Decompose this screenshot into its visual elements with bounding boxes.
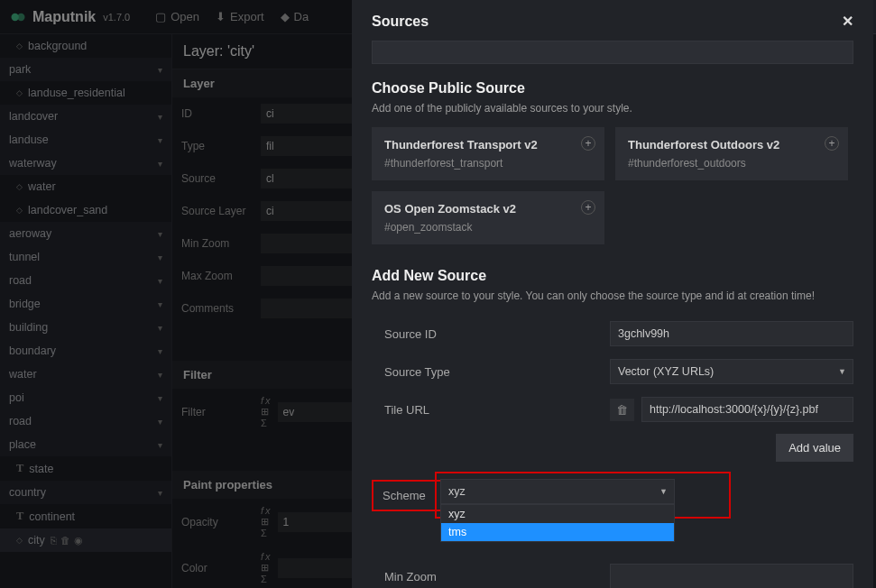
source-type-select[interactable]	[610, 359, 853, 384]
prop-input-type[interactable]	[261, 136, 352, 156]
scheme-option-tms[interactable]: tms	[441, 523, 674, 541]
prop-input-min-zoom[interactable]	[261, 234, 352, 253]
slider-icon[interactable]: ⊞	[261, 406, 271, 417]
sidebar-item-background[interactable]: ◇background	[0, 34, 171, 58]
sigma-icon[interactable]: Σ	[261, 574, 269, 584]
card-title: Thunderforest Outdoors v2	[628, 138, 835, 152]
modal-title: Sources	[372, 14, 429, 30]
chevron-down-icon: ▾	[158, 276, 162, 286]
sidebar-item-landuse[interactable]: landuse▾	[0, 128, 171, 152]
sidebar-item-road[interactable]: road▾	[0, 269, 171, 292]
fx-icon[interactable]: fx	[261, 395, 272, 406]
public-source-card[interactable]: Thunderforest Outdoors v2#thunderforest_…	[615, 127, 848, 180]
add-value-button[interactable]: Add value	[776, 434, 853, 462]
layer-list-sidebar[interactable]: ◇backgroundpark▾◇landuse_residentialland…	[0, 34, 171, 588]
sigma-icon[interactable]: Σ	[261, 528, 269, 538]
sidebar-item-poi[interactable]: poi▾	[0, 386, 171, 409]
close-icon[interactable]: ✕	[842, 13, 853, 30]
trash-icon[interactable]: 🗑	[60, 535, 70, 547]
sidebar-item-landcover[interactable]: landcover▾	[0, 105, 171, 128]
diamond-icon: ◇	[16, 88, 23, 97]
prop-label: Color	[181, 562, 255, 574]
sidebar-item-place[interactable]: place▾	[0, 433, 171, 456]
sidebar-item-continent[interactable]: Tcontinent	[0, 504, 171, 528]
prop-input-source[interactable]	[261, 169, 352, 188]
sidebar-item-label: waterway	[9, 157, 57, 170]
prop-action-icons: fx ⊞ Σ	[261, 505, 272, 538]
prop-input-id[interactable]	[261, 104, 352, 124]
chevron-down-icon: ▾	[158, 323, 162, 333]
public-source-card[interactable]: OS Open Zoomstack v2#open_zoomstack+	[372, 191, 604, 244]
source-id-input[interactable]	[610, 321, 853, 346]
chevron-down-icon: ▾	[158, 65, 162, 75]
sigma-icon[interactable]: Σ	[261, 418, 269, 428]
prop-input-color[interactable]	[278, 558, 352, 578]
data-button[interactable]: ◆ Da	[281, 10, 309, 23]
fx-icon[interactable]: fx	[261, 505, 272, 516]
prop-label: Source	[181, 172, 255, 185]
open-icon: ▢	[155, 10, 166, 23]
slider-icon[interactable]: ⊞	[261, 516, 271, 527]
prop-input-filter[interactable]	[278, 402, 352, 422]
sidebar-item-water[interactable]: water▾	[0, 363, 171, 386]
prop-row-id: ID	[172, 97, 352, 130]
chevron-down-icon: ▾	[158, 135, 162, 145]
sidebar-item-building[interactable]: building▾	[0, 316, 171, 339]
prop-input-source-layer[interactable]	[261, 201, 352, 221]
sidebar-item-country[interactable]: country▾	[0, 481, 171, 504]
layers-icon: ◆	[281, 10, 290, 23]
sidebar-item-aeroway[interactable]: aeroway▾	[0, 222, 171, 245]
sidebar-item-bridge[interactable]: bridge▾	[0, 292, 171, 316]
sidebar-item-waterway[interactable]: waterway▾	[0, 152, 171, 175]
sidebar-item-city[interactable]: ◇city⎘ 🗑 ◉	[0, 528, 171, 552]
maputnik-icon	[9, 8, 27, 26]
open-label: Open	[171, 10, 199, 23]
open-button[interactable]: ▢ Open	[155, 10, 199, 23]
eye-icon[interactable]: ◉	[74, 535, 83, 547]
sidebar-item-label: tunnel	[9, 251, 40, 263]
trash-icon: 🗑	[616, 403, 628, 417]
chevron-down-icon: ▾	[158, 299, 162, 309]
prop-input-max-zoom[interactable]	[261, 266, 352, 286]
tile-url-input[interactable]	[641, 397, 853, 422]
chevron-down-icon: ▾	[158, 112, 162, 122]
card-title: OS Open Zoomstack v2	[384, 202, 592, 216]
prop-input-comments[interactable]	[261, 299, 352, 318]
layer-action-icons[interactable]: ⎘ 🗑 ◉	[51, 535, 83, 547]
prop-row-type: Type	[172, 130, 352, 162]
sidebar-item-road[interactable]: road▾	[0, 409, 171, 433]
diamond-icon: ◇	[16, 41, 23, 51]
delete-url-button[interactable]: 🗑	[610, 399, 634, 421]
fx-icon[interactable]: fx	[261, 551, 272, 562]
sidebar-item-park[interactable]: park▾	[0, 58, 171, 81]
slider-icon[interactable]: ⊞	[261, 562, 271, 573]
scheme-option-xyz[interactable]: xyz	[441, 505, 674, 523]
sidebar-item-landcover-sand[interactable]: ◇landcover_sand	[0, 198, 171, 222]
sidebar-item-boundary[interactable]: boundary▾	[0, 339, 171, 363]
plus-icon[interactable]: +	[581, 200, 595, 215]
sidebar-item-label: road	[9, 415, 32, 427]
min-zoom-input[interactable]	[610, 564, 853, 588]
sidebar-item-landuse-residential[interactable]: ◇landuse_residential	[0, 81, 171, 105]
prop-input-opacity[interactable]	[278, 512, 352, 532]
plus-icon[interactable]: +	[581, 136, 595, 151]
prop-label: Comments	[181, 302, 255, 315]
sidebar-item-label: state	[29, 463, 53, 475]
section-paint-heading: Paint properties	[172, 471, 352, 499]
export-button[interactable]: ⬇ Export	[216, 10, 264, 23]
app-logo: Maputnik v1.7.0	[9, 8, 130, 26]
scheme-select[interactable]	[440, 479, 675, 504]
copy-icon[interactable]: ⎘	[51, 535, 57, 547]
scheme-dropdown: xyz tms	[440, 504, 675, 542]
sidebar-item-state[interactable]: Tstate	[0, 456, 171, 481]
plus-icon[interactable]: +	[825, 136, 839, 151]
diamond-icon: ◇	[16, 536, 23, 545]
public-source-card[interactable]: Thunderforest Transport v2#thunderforest…	[372, 127, 604, 180]
sidebar-item-water[interactable]: ◇water	[0, 175, 171, 198]
card-id: #open_zoomstack	[384, 221, 592, 234]
section-filter-heading: Filter	[172, 361, 352, 389]
chevron-down-icon: ▾	[158, 488, 162, 498]
public-source-sub: Add one of the publicly available source…	[372, 102, 853, 115]
tile-url-label: Tile URL	[384, 403, 610, 417]
sidebar-item-tunnel[interactable]: tunnel▾	[0, 245, 171, 269]
